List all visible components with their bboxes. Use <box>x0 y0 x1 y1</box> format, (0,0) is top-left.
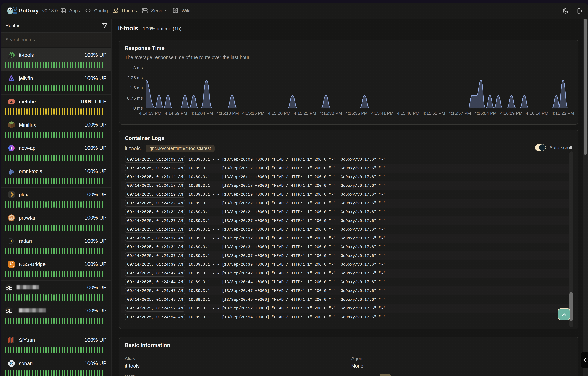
svg-text:rss: rss <box>10 264 13 265</box>
svg-text:Bridge: Bridge <box>9 265 14 267</box>
